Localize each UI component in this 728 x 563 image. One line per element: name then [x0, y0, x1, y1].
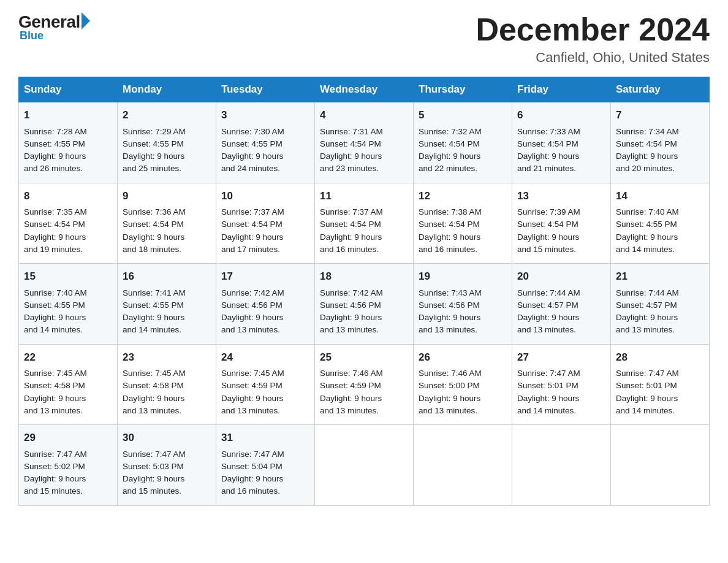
table-row: 28Sunrise: 7:47 AMSunset: 5:01 PMDayligh…: [611, 344, 710, 425]
day-number: 29: [24, 430, 112, 446]
logo-triangle-icon: [82, 12, 90, 29]
table-row: 12Sunrise: 7:38 AMSunset: 4:54 PMDayligh…: [414, 183, 512, 264]
table-row: 15Sunrise: 7:40 AMSunset: 4:55 PMDayligh…: [19, 264, 118, 345]
table-row: 29Sunrise: 7:47 AMSunset: 5:02 PMDayligh…: [19, 425, 118, 506]
table-row: 25Sunrise: 7:46 AMSunset: 4:59 PMDayligh…: [315, 344, 414, 425]
table-row: 16Sunrise: 7:41 AMSunset: 4:55 PMDayligh…: [118, 264, 216, 345]
day-number: 4: [320, 107, 408, 123]
day-number: 30: [123, 430, 211, 446]
table-row: [512, 425, 611, 506]
table-row: 3Sunrise: 7:30 AMSunset: 4:55 PMDaylight…: [216, 102, 315, 183]
table-row: 21Sunrise: 7:44 AMSunset: 4:57 PMDayligh…: [611, 264, 710, 345]
col-thursday: Thursday: [414, 77, 512, 102]
day-number: 18: [320, 269, 408, 285]
table-row: 6Sunrise: 7:33 AMSunset: 4:54 PMDaylight…: [512, 102, 611, 183]
day-number: 14: [616, 188, 704, 204]
table-row: 8Sunrise: 7:35 AMSunset: 4:54 PMDaylight…: [19, 183, 118, 264]
day-number: 17: [221, 269, 309, 285]
day-number: 28: [616, 350, 704, 366]
logo: General Blue: [18, 12, 90, 42]
day-number: 20: [517, 269, 605, 285]
day-number: 24: [221, 350, 309, 366]
table-row: 24Sunrise: 7:45 AMSunset: 4:59 PMDayligh…: [216, 344, 315, 425]
table-row: [611, 425, 710, 506]
table-row: 5Sunrise: 7:32 AMSunset: 4:54 PMDaylight…: [414, 102, 512, 183]
day-number: 21: [616, 269, 704, 285]
day-number: 25: [320, 350, 408, 366]
table-row: 9Sunrise: 7:36 AMSunset: 4:54 PMDaylight…: [118, 183, 216, 264]
logo-blue-text: Blue: [20, 29, 44, 42]
day-number: 13: [517, 188, 605, 204]
calendar-week-row: 8Sunrise: 7:35 AMSunset: 4:54 PMDaylight…: [19, 183, 710, 264]
day-number: 9: [123, 188, 211, 204]
table-row: 18Sunrise: 7:42 AMSunset: 4:56 PMDayligh…: [315, 264, 414, 345]
col-monday: Monday: [118, 77, 216, 102]
col-sunday: Sunday: [19, 77, 118, 102]
table-row: 23Sunrise: 7:45 AMSunset: 4:58 PMDayligh…: [118, 344, 216, 425]
day-number: 16: [123, 269, 211, 285]
calendar-week-row: 15Sunrise: 7:40 AMSunset: 4:55 PMDayligh…: [19, 264, 710, 345]
day-number: 5: [419, 107, 507, 123]
calendar-week-row: 29Sunrise: 7:47 AMSunset: 5:02 PMDayligh…: [19, 425, 710, 506]
col-friday: Friday: [512, 77, 611, 102]
day-number: 7: [616, 107, 704, 123]
table-row: 13Sunrise: 7:39 AMSunset: 4:54 PMDayligh…: [512, 183, 611, 264]
table-row: [414, 425, 512, 506]
page-header: General Blue December 2024 Canfield, Ohi…: [18, 12, 710, 66]
table-row: 11Sunrise: 7:37 AMSunset: 4:54 PMDayligh…: [315, 183, 414, 264]
calendar-week-row: 1Sunrise: 7:28 AMSunset: 4:55 PMDaylight…: [19, 102, 710, 183]
col-saturday: Saturday: [611, 77, 710, 102]
day-number: 8: [24, 188, 112, 204]
day-number: 22: [24, 350, 112, 366]
location-label: Canfield, Ohio, United States: [476, 50, 710, 66]
table-row: [315, 425, 414, 506]
day-number: 23: [123, 350, 211, 366]
table-row: 27Sunrise: 7:47 AMSunset: 5:01 PMDayligh…: [512, 344, 611, 425]
day-number: 31: [221, 430, 309, 446]
table-row: 20Sunrise: 7:44 AMSunset: 4:57 PMDayligh…: [512, 264, 611, 345]
day-number: 26: [419, 350, 507, 366]
table-row: 7Sunrise: 7:34 AMSunset: 4:54 PMDaylight…: [611, 102, 710, 183]
table-row: 14Sunrise: 7:40 AMSunset: 4:55 PMDayligh…: [611, 183, 710, 264]
day-number: 1: [24, 107, 112, 123]
table-row: 17Sunrise: 7:42 AMSunset: 4:56 PMDayligh…: [216, 264, 315, 345]
month-title: December 2024: [476, 12, 710, 47]
day-number: 27: [517, 350, 605, 366]
header-row: Sunday Monday Tuesday Wednesday Thursday…: [19, 77, 710, 102]
day-number: 12: [419, 188, 507, 204]
day-number: 2: [123, 107, 211, 123]
table-row: 2Sunrise: 7:29 AMSunset: 4:55 PMDaylight…: [118, 102, 216, 183]
col-wednesday: Wednesday: [315, 77, 414, 102]
table-row: 30Sunrise: 7:47 AMSunset: 5:03 PMDayligh…: [118, 425, 216, 506]
day-number: 10: [221, 188, 309, 204]
title-area: December 2024 Canfield, Ohio, United Sta…: [476, 12, 710, 66]
table-row: 4Sunrise: 7:31 AMSunset: 4:54 PMDaylight…: [315, 102, 414, 183]
day-number: 3: [221, 107, 309, 123]
day-number: 19: [419, 269, 507, 285]
table-row: 31Sunrise: 7:47 AMSunset: 5:04 PMDayligh…: [216, 425, 315, 506]
col-tuesday: Tuesday: [216, 77, 315, 102]
table-row: 1Sunrise: 7:28 AMSunset: 4:55 PMDaylight…: [19, 102, 118, 183]
table-row: 22Sunrise: 7:45 AMSunset: 4:58 PMDayligh…: [19, 344, 118, 425]
day-number: 11: [320, 188, 408, 204]
calendar-table: Sunday Monday Tuesday Wednesday Thursday…: [18, 77, 710, 506]
table-row: 26Sunrise: 7:46 AMSunset: 5:00 PMDayligh…: [414, 344, 512, 425]
table-row: 19Sunrise: 7:43 AMSunset: 4:56 PMDayligh…: [414, 264, 512, 345]
calendar-week-row: 22Sunrise: 7:45 AMSunset: 4:58 PMDayligh…: [19, 344, 710, 425]
day-number: 6: [517, 107, 605, 123]
day-number: 15: [24, 269, 112, 285]
table-row: 10Sunrise: 7:37 AMSunset: 4:54 PMDayligh…: [216, 183, 315, 264]
